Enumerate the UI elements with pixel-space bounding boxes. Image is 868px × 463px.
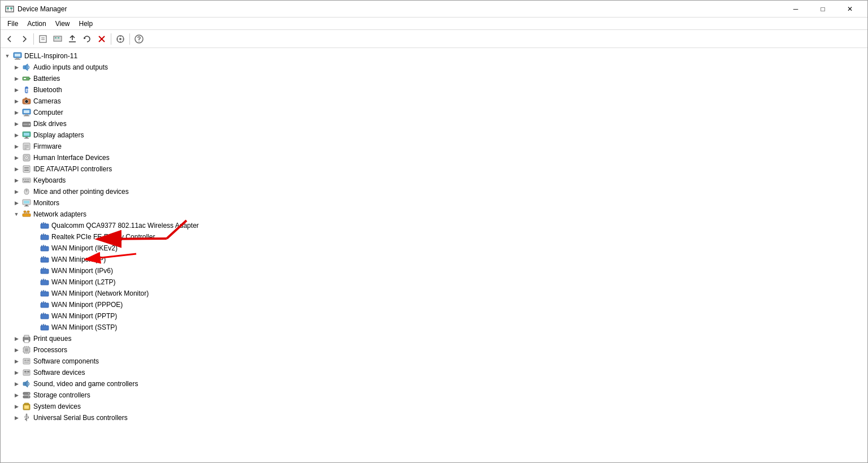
tree-item-bluetooth[interactable]: B Bluetooth xyxy=(1,84,867,96)
batteries-icon xyxy=(22,74,31,83)
root-expander[interactable] xyxy=(3,51,12,60)
tree-item-cameras[interactable]: Cameras xyxy=(1,96,867,107)
tree-item-software-devices[interactable]: Software devices xyxy=(1,367,867,378)
tree-item-batteries[interactable]: Batteries xyxy=(1,73,867,84)
wan-ip-icon xyxy=(40,255,49,264)
sw-components-expander[interactable] xyxy=(12,357,21,366)
network-icon xyxy=(22,210,31,219)
tree-item-firmware[interactable]: Firmware xyxy=(1,141,867,152)
list-item[interactable]: WAN Miniport (PPPOE) xyxy=(1,299,867,310)
mice-expander[interactable] xyxy=(12,187,21,196)
tree-item-software-components[interactable]: Software components xyxy=(1,356,867,367)
tree-item-system[interactable]: System devices xyxy=(1,401,867,412)
tree-item-sound[interactable]: Sound, video and game controllers xyxy=(1,378,867,390)
update-driver-button[interactable] xyxy=(66,32,79,46)
tree-item-keyboards[interactable]: Keyboards xyxy=(1,175,867,186)
tree-item-audio[interactable]: Audio inputs and outputs xyxy=(1,62,867,73)
usb-icon xyxy=(22,413,31,422)
wan-ikev2-label: WAN Miniport (IKEv2) xyxy=(51,244,118,252)
back-button[interactable] xyxy=(3,32,16,46)
svg-rect-39 xyxy=(24,115,29,116)
bluetooth-expander[interactable] xyxy=(12,85,21,94)
audio-label: Audio inputs and outputs xyxy=(33,63,108,71)
forward-button[interactable] xyxy=(18,32,31,46)
svg-rect-78 xyxy=(41,224,49,228)
menu-help[interactable]: Help xyxy=(75,19,98,29)
list-item[interactable]: WAN Miniport (L2TP) xyxy=(1,276,867,288)
wan-sstp-icon xyxy=(40,323,49,332)
svg-rect-71 xyxy=(24,211,26,213)
tree-root[interactable]: DELL-Inspiron-11 xyxy=(1,50,867,62)
tree-item-print[interactable]: Print queues xyxy=(1,333,867,344)
close-button[interactable]: ✕ xyxy=(837,1,863,18)
minimize-button[interactable]: ─ xyxy=(783,1,809,18)
ide-expander[interactable] xyxy=(12,165,21,174)
menu-action[interactable]: Action xyxy=(23,19,50,29)
storage-expander[interactable] xyxy=(12,391,21,400)
list-item[interactable]: WAN Miniport (SSTP) xyxy=(1,322,867,333)
network-expander[interactable] xyxy=(12,210,21,219)
audio-expander[interactable] xyxy=(12,63,21,72)
svg-rect-28 xyxy=(29,78,31,79)
system-expander[interactable] xyxy=(12,402,21,411)
menu-view[interactable]: View xyxy=(51,19,75,29)
tree-item-usb[interactable]: Universal Serial Bus controllers xyxy=(1,412,867,423)
usb-label: Universal Serial Bus controllers xyxy=(33,414,128,422)
disk-expander[interactable] xyxy=(12,119,21,128)
tree-item-disk[interactable]: Disk drives xyxy=(1,118,867,129)
tree-item-hid[interactable]: Human Interface Devices xyxy=(1,152,867,163)
processors-expander[interactable] xyxy=(12,345,21,354)
svg-rect-67 xyxy=(24,201,29,204)
sound-label: Sound, video and game controllers xyxy=(33,380,138,388)
svg-point-41 xyxy=(29,124,31,126)
scan-button[interactable] xyxy=(114,32,127,46)
list-item[interactable]: Realtek PCIe FE Family Controller xyxy=(1,231,867,243)
tree-item-processors[interactable]: Processors xyxy=(1,344,867,356)
usb-expander[interactable] xyxy=(12,413,21,422)
svg-rect-45 xyxy=(25,137,28,138)
keyboards-expander[interactable] xyxy=(12,176,21,185)
tree-item-ide[interactable]: IDE ATA/ATAPI controllers xyxy=(1,163,867,175)
firmware-expander[interactable] xyxy=(12,142,21,151)
open-properties-button[interactable] xyxy=(36,32,50,46)
nic-icon xyxy=(40,221,49,230)
sw-devices-expander[interactable] xyxy=(12,368,21,377)
menu-file[interactable]: File xyxy=(3,19,23,29)
root-label: DELL-Inspiron-11 xyxy=(24,52,77,60)
help-button[interactable] xyxy=(132,32,146,46)
tree-item-network[interactable]: Network adapters xyxy=(1,209,867,220)
uninstall-button[interactable] xyxy=(95,32,108,46)
sound-expander[interactable] xyxy=(12,379,21,388)
svg-rect-114 xyxy=(41,326,49,330)
list-item[interactable]: Qualcomm QCA9377 802.11ac Wireless Adapt… xyxy=(1,220,867,231)
svg-point-53 xyxy=(26,157,27,158)
svg-rect-137 xyxy=(24,360,27,361)
device-manager-button[interactable] xyxy=(51,32,64,46)
tree-view[interactable]: DELL-Inspiron-11 Audio inputs and output… xyxy=(1,48,867,462)
list-item[interactable]: WAN Miniport (IPv6) xyxy=(1,265,867,276)
ide-icon xyxy=(22,165,31,174)
tree-item-display[interactable]: Display adapters xyxy=(1,129,867,141)
svg-rect-72 xyxy=(27,211,29,213)
firmware-label: Firmware xyxy=(33,142,62,150)
cameras-expander[interactable] xyxy=(12,97,21,106)
batteries-expander[interactable] xyxy=(12,74,21,83)
monitors-expander[interactable] xyxy=(12,198,21,207)
rollback-button[interactable] xyxy=(80,32,94,46)
nic-icon xyxy=(40,232,49,241)
list-item[interactable]: WAN Miniport (Network Monitor) xyxy=(1,288,867,299)
list-item[interactable]: WAN Miniport (PPTP) xyxy=(1,310,867,322)
tree-item-storage[interactable]: Storage controllers xyxy=(1,390,867,401)
maximize-button[interactable]: □ xyxy=(810,1,836,18)
tree-item-computer[interactable]: Computer xyxy=(1,107,867,118)
print-expander[interactable] xyxy=(12,334,21,343)
tree-item-mice[interactable]: Mice and other pointing devices xyxy=(1,186,867,197)
computer-expander[interactable] xyxy=(12,108,21,117)
list-item[interactable]: WAN Miniport (IKEv2) xyxy=(1,243,867,254)
display-expander[interactable] xyxy=(12,131,21,140)
tree-item-monitors[interactable]: Monitors xyxy=(1,197,867,209)
wan-ipv6-icon xyxy=(40,266,49,275)
keyboards-label: Keyboards xyxy=(33,176,66,184)
list-item[interactable]: WAN Miniport (IP) xyxy=(1,254,867,265)
hid-expander[interactable] xyxy=(12,153,21,162)
